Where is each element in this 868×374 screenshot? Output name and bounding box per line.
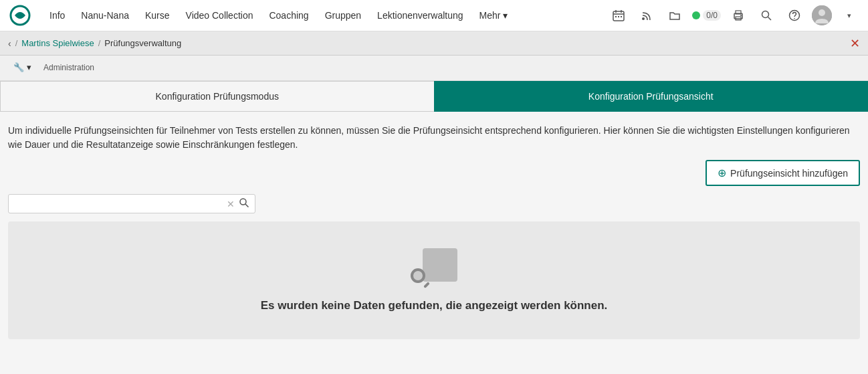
svg-point-18 — [240, 199, 246, 205]
breadcrumb-sep1: / — [15, 38, 18, 48]
nav-item-video[interactable]: Video Collection — [178, 0, 261, 31]
tab-konfiguration-pruefungsmodus[interactable]: Konfiguration Prüfungsmodus — [0, 81, 434, 112]
nav-item-lektionen[interactable]: Lektionenverwaltung — [369, 0, 471, 31]
nav-links: Info Nanu-Nana Kurse Video Collection Co… — [41, 0, 608, 31]
calendar-icon[interactable] — [608, 5, 629, 26]
svg-rect-5 — [618, 16, 619, 17]
breadcrumb-sep2: / — [98, 38, 101, 48]
breadcrumb-bar: ‹ / Martins Spielwiese / Prüfungsverwalt… — [0, 31, 868, 56]
breadcrumb-parent[interactable]: Martins Spielwiese — [21, 38, 94, 48]
svg-rect-6 — [621, 16, 622, 17]
nav-item-nanu[interactable]: Nanu-Nana — [73, 0, 137, 31]
top-nav: Info Nanu-Nana Kurse Video Collection Co… — [0, 0, 868, 31]
svg-line-19 — [245, 204, 249, 207]
add-button-label: Prüfungseinsicht hinzufügen — [730, 168, 848, 179]
clear-search-icon[interactable]: ✕ — [227, 199, 235, 209]
svg-point-12 — [762, 11, 769, 18]
empty-state: Es wurden keine Daten gefunden, die ange… — [8, 221, 860, 339]
breadcrumb-back[interactable]: ‹ — [8, 38, 11, 49]
status-count: 0/0 — [703, 10, 721, 21]
wrench-icon: 🔧 — [13, 62, 24, 72]
help-icon[interactable] — [784, 5, 805, 26]
nav-item-info[interactable]: Info — [41, 0, 73, 31]
svg-point-15 — [794, 18, 795, 19]
status-badge: 0/0 — [692, 10, 721, 21]
admin-toolbar: 🔧 ▾ Administration — [0, 56, 868, 81]
search-input-wrap: ✕ — [8, 194, 255, 213]
status-dot — [692, 11, 700, 19]
breadcrumb: ‹ / Martins Spielwiese / Prüfungsverwalt… — [8, 38, 181, 49]
tabs-bar: Konfiguration Prüfungsmodus Konfiguratio… — [0, 81, 868, 112]
svg-point-11 — [740, 15, 742, 16]
administration-button[interactable]: 🔧 ▾ — [8, 60, 37, 75]
admin-dropdown-arrow: ▾ — [27, 62, 31, 72]
empty-search-shape — [411, 268, 431, 288]
search-input[interactable] — [14, 199, 223, 209]
nav-item-coaching[interactable]: Coaching — [261, 0, 316, 31]
admin-label: Administration — [43, 63, 94, 72]
empty-search-handle — [423, 282, 430, 288]
empty-state-icon — [411, 248, 457, 288]
svg-point-17 — [819, 9, 825, 16]
add-pruefungseinsicht-button[interactable]: ⊕ Prüfungseinsicht hinzufügen — [706, 160, 860, 186]
search-section: ✕ — [0, 194, 868, 221]
nav-item-kurse[interactable]: Kurse — [137, 0, 178, 31]
empty-search-circle — [411, 268, 425, 283]
svg-line-13 — [768, 17, 772, 21]
svg-point-7 — [642, 17, 645, 20]
search-icon[interactable] — [756, 5, 777, 26]
breadcrumb-close-button[interactable]: ✕ — [850, 37, 860, 50]
avatar[interactable] — [812, 5, 832, 25]
description-text: Um individuelle Prüfungseinsichten für T… — [0, 112, 868, 160]
empty-state-message: Es wurden keine Daten gefunden, die ange… — [261, 299, 608, 312]
rss-icon[interactable] — [636, 5, 657, 26]
main-content: Konfiguration Prüfungsmodus Konfiguratio… — [0, 81, 868, 350]
nav-item-gruppen[interactable]: Gruppen — [317, 0, 369, 31]
dropdown-arrow-icon[interactable]: ▾ — [839, 5, 860, 26]
tab-konfiguration-pruefungsansicht[interactable]: Konfiguration Prüfungsansicht — [434, 81, 869, 112]
print-icon[interactable] — [728, 5, 749, 26]
folder-icon[interactable] — [664, 5, 685, 26]
add-section: ⊕ Prüfungseinsicht hinzufügen — [0, 160, 868, 194]
nav-right: 0/0 — [608, 5, 860, 26]
breadcrumb-current: Prüfungsverwaltung — [104, 38, 181, 48]
nav-item-mehr[interactable]: Mehr ▾ — [471, 0, 516, 31]
search-submit-icon[interactable] — [239, 197, 249, 210]
plus-icon: ⊕ — [718, 167, 726, 179]
svg-rect-4 — [615, 16, 617, 17]
logo[interactable] — [8, 3, 32, 27]
